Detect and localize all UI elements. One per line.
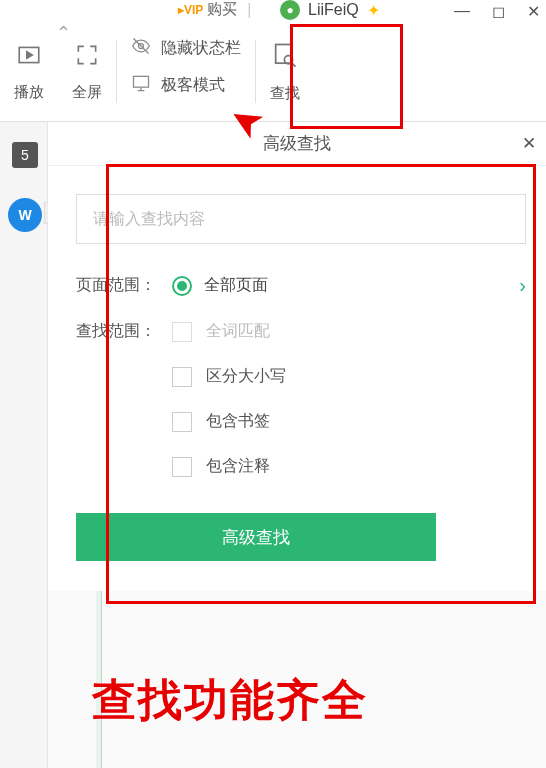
geek-mode-button[interactable]: 极客模式 — [131, 73, 241, 98]
monitor-icon — [131, 73, 151, 98]
find-label: 查找 — [270, 84, 300, 103]
whole-word-checkbox[interactable] — [172, 322, 192, 342]
page-range-label: 页面范围： — [76, 275, 172, 296]
search-input[interactable] — [76, 194, 526, 244]
hide-statusbar-label: 隐藏状态栏 — [161, 38, 241, 59]
include-bookmarks-checkbox[interactable] — [172, 412, 192, 432]
svg-rect-4 — [134, 76, 149, 87]
hide-statusbar-button[interactable]: 隐藏状态栏 — [131, 36, 241, 61]
maximize-button[interactable]: ◻ — [492, 2, 505, 21]
wps-badge[interactable]: W — [8, 198, 42, 232]
play-label: 播放 — [14, 83, 44, 102]
annotation-caption: 查找功能齐全 — [92, 671, 368, 730]
advanced-find-panel: 高级查找 ✕ 页面范围： 全部页面 › 查找范围： 全词匹配 — [48, 122, 546, 591]
left-rail: 5 ⌃ W — [0, 122, 48, 768]
svg-marker-1 — [27, 51, 32, 58]
close-window-button[interactable]: ✕ — [527, 2, 540, 21]
find-range-label: 查找范围： — [76, 321, 172, 342]
crown-icon: ✦ — [367, 1, 380, 20]
vip-icon: ▸VIP — [178, 3, 203, 17]
case-sensitive-checkbox[interactable] — [172, 367, 192, 387]
case-sensitive-label: 区分大小写 — [206, 366, 286, 387]
page-range-expand[interactable]: › — [519, 274, 526, 297]
play-button[interactable]: 播放 — [14, 42, 44, 102]
include-comments-checkbox[interactable] — [172, 457, 192, 477]
fullscreen-button[interactable]: 全屏 — [72, 42, 102, 102]
page-number-chip[interactable]: 5 — [12, 142, 38, 168]
fullscreen-label: 全屏 — [72, 83, 102, 102]
divider: | — [247, 1, 251, 19]
whole-word-label: 全词匹配 — [206, 321, 270, 342]
advanced-find-submit[interactable]: 高级查找 — [76, 513, 436, 561]
avatar: ● — [280, 0, 300, 20]
minimize-button[interactable]: ― — [454, 2, 470, 21]
window-titlebar: ▸VIP 购买 | ● LiiFeiQ ✦ ― ◻ ✕ — [0, 0, 546, 22]
page-range-value: 全部页面 — [204, 275, 268, 296]
panel-close-button[interactable]: ✕ — [522, 133, 536, 154]
find-button[interactable]: 查找 — [270, 41, 300, 103]
user-name: LiiFeiQ — [308, 1, 359, 19]
eye-off-icon — [131, 36, 151, 61]
panel-titlebar: 高级查找 ✕ — [48, 122, 546, 166]
fullscreen-icon — [74, 42, 100, 75]
svg-line-7 — [291, 62, 295, 66]
vip-purchase[interactable]: ▸VIP 购买 | — [178, 0, 258, 19]
play-icon — [16, 42, 42, 75]
ribbon-toolbar: 播放 全屏 隐藏状态栏 极客模式 查找 — [0, 22, 546, 122]
geek-mode-label: 极客模式 — [161, 75, 225, 96]
vip-label: 购买 — [207, 0, 237, 19]
panel-title: 高级查找 — [263, 132, 331, 155]
include-comments-label: 包含注释 — [206, 456, 270, 477]
page-range-radio[interactable] — [172, 276, 192, 296]
page-up-chevron[interactable]: ⌃ — [56, 22, 71, 44]
user-account[interactable]: ● LiiFeiQ ✦ — [280, 0, 380, 20]
find-icon — [271, 41, 299, 76]
include-bookmarks-label: 包含书签 — [206, 411, 270, 432]
